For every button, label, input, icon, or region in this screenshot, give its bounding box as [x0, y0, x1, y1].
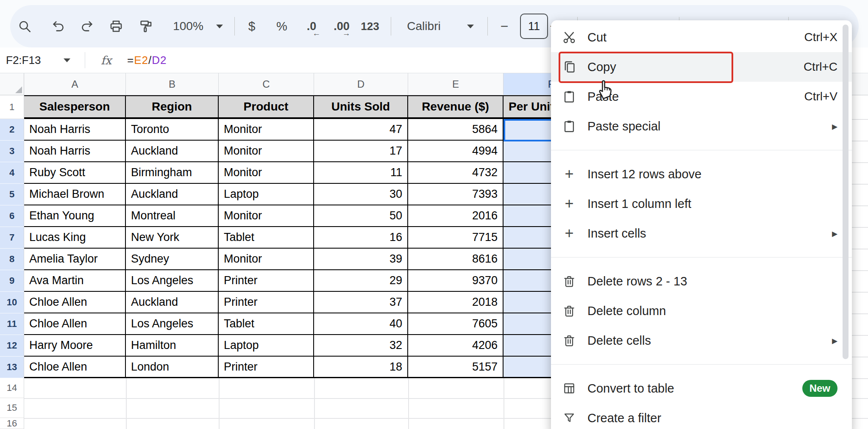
zoom-select[interactable]: 100% — [173, 5, 203, 47]
cell-name-row8[interactable]: Amelia Taylor — [24, 249, 126, 270]
cell-name-row4[interactable]: Ruby Scott — [24, 162, 126, 184]
undo-icon[interactable] — [51, 5, 66, 47]
row-header-14[interactable]: 14 — [0, 378, 24, 398]
cell-product-row3[interactable]: Monitor — [219, 141, 314, 162]
header-cell-region[interactable]: Region — [126, 95, 219, 119]
cell-name-row11[interactable]: Chloe Allen — [24, 313, 126, 335]
font-caret-icon[interactable] — [467, 5, 474, 47]
cell-units-row9[interactable]: 29 — [314, 270, 408, 292]
cell-product-row13[interactable]: Printer — [219, 357, 314, 378]
header-cell-product[interactable]: Product — [219, 95, 314, 119]
column-header-C[interactable]: C — [219, 73, 314, 95]
row-header-13[interactable]: 13 — [0, 357, 24, 378]
decrease-font-size-button[interactable]: − — [501, 5, 509, 47]
cell-region-row3[interactable]: Auckland — [126, 141, 219, 162]
cell-units-row10[interactable]: 37 — [314, 292, 408, 313]
row-header-5[interactable]: 5 — [0, 184, 24, 205]
cell-region-row2[interactable]: Toronto — [126, 119, 219, 141]
zoom-caret-icon[interactable] — [216, 5, 223, 47]
menu-item-insert-12-rows-above[interactable]: +Insert 12 rows above — [551, 159, 852, 189]
menu-item-convert-to-table[interactable]: Convert to tableNew — [551, 374, 852, 403]
percent-format-button[interactable]: % — [276, 5, 287, 47]
redo-icon[interactable] — [80, 5, 94, 47]
row-header-15[interactable]: 15 — [0, 398, 24, 418]
column-header-E[interactable]: E — [408, 73, 504, 95]
cell-name-row6[interactable]: Ethan Young — [24, 205, 126, 227]
name-box-caret-icon[interactable] — [64, 47, 70, 73]
select-all-corner[interactable] — [0, 73, 24, 95]
cell-region-row12[interactable]: Hamilton — [126, 335, 219, 357]
column-header-A[interactable]: A — [24, 73, 126, 95]
cell-units-row4[interactable]: 11 — [314, 162, 408, 184]
column-header-B[interactable]: B — [126, 73, 219, 95]
row-header-7[interactable]: 7 — [0, 227, 24, 249]
search-icon[interactable] — [17, 5, 32, 47]
cell-units-row8[interactable]: 39 — [314, 249, 408, 270]
menu-item-insert-1-column-left[interactable]: +Insert 1 column left — [551, 189, 852, 219]
cell-region-row7[interactable]: New York — [126, 227, 219, 249]
cell-revenue-row4[interactable]: 4732 — [408, 162, 504, 184]
cell-region-row6[interactable]: Montreal — [126, 205, 219, 227]
menu-item-delete-rows-2-13[interactable]: Delete rows 2 - 13 — [551, 266, 852, 296]
row-header-9[interactable]: 9 — [0, 270, 24, 292]
header-cell-units-sold[interactable]: Units Sold — [314, 95, 408, 119]
cell-product-row11[interactable]: Tablet — [219, 313, 314, 335]
row-header-10[interactable]: 10 — [0, 292, 24, 313]
cell-revenue-row8[interactable]: 8616 — [408, 249, 504, 270]
cell-revenue-row10[interactable]: 2018 — [408, 292, 504, 313]
cell-name-row3[interactable]: Noah Harris — [24, 141, 126, 162]
cell-product-row10[interactable]: Printer — [219, 292, 314, 313]
paint-format-icon[interactable] — [139, 5, 153, 47]
row-header-1[interactable]: 1 — [0, 95, 24, 119]
header-cell-revenue-[interactable]: Revenue ($) — [408, 95, 504, 119]
font-name-select[interactable]: Calibri — [407, 5, 440, 47]
formula-input[interactable]: =E2/D2 — [127, 47, 167, 73]
cell-product-row12[interactable]: Laptop — [219, 335, 314, 357]
row-header-12[interactable]: 12 — [0, 335, 24, 357]
more-formats-button[interactable]: 123 — [361, 5, 379, 47]
cell-product-row8[interactable]: Monitor — [219, 249, 314, 270]
cell-region-row11[interactable]: Los Angeles — [126, 313, 219, 335]
cell-name-row2[interactable]: Noah Harris — [24, 119, 126, 141]
cell-units-row11[interactable]: 40 — [314, 313, 408, 335]
row-header-3[interactable]: 3 — [0, 141, 24, 162]
cell-name-row13[interactable]: Chloe Allen — [24, 357, 126, 378]
cell-revenue-row13[interactable]: 5157 — [408, 357, 504, 378]
cell-region-row9[interactable]: Los Angeles — [126, 270, 219, 292]
print-icon[interactable] — [109, 5, 123, 47]
cell-region-row10[interactable]: Auckland — [126, 292, 219, 313]
row-header-4[interactable]: 4 — [0, 162, 24, 184]
increase-decimal-button[interactable]: .00→ — [334, 5, 350, 47]
name-box[interactable]: F2:F13 — [6, 47, 41, 73]
cell-name-row9[interactable]: Ava Martin — [24, 270, 126, 292]
cell-units-row13[interactable]: 18 — [314, 357, 408, 378]
cell-revenue-row5[interactable]: 7393 — [408, 184, 504, 205]
cell-product-row4[interactable]: Monitor — [219, 162, 314, 184]
cell-region-row13[interactable]: London — [126, 357, 219, 378]
header-cell-salesperson[interactable]: Salesperson — [24, 95, 126, 119]
menu-item-delete-cells[interactable]: Delete cells▸ — [551, 326, 852, 355]
cell-region-row8[interactable]: Sydney — [126, 249, 219, 270]
currency-format-button[interactable]: $ — [248, 5, 256, 47]
cell-name-row12[interactable]: Harry Moore — [24, 335, 126, 357]
menu-item-cut[interactable]: CutCtrl+X — [551, 22, 852, 52]
menu-scrollbar[interactable] — [843, 25, 849, 359]
cell-revenue-row7[interactable]: 7715 — [408, 227, 504, 249]
cell-units-row7[interactable]: 16 — [314, 227, 408, 249]
cell-units-row12[interactable]: 32 — [314, 335, 408, 357]
cell-region-row5[interactable]: Auckland — [126, 184, 219, 205]
cell-revenue-row2[interactable]: 5864 — [408, 119, 504, 141]
row-header-6[interactable]: 6 — [0, 205, 24, 227]
menu-item-create-a-filter[interactable]: Create a filter — [551, 403, 852, 429]
cell-name-row7[interactable]: Lucas King — [24, 227, 126, 249]
cell-revenue-row9[interactable]: 9370 — [408, 270, 504, 292]
cell-revenue-row12[interactable]: 4206 — [408, 335, 504, 357]
cell-region-row4[interactable]: Birmingham — [126, 162, 219, 184]
menu-item-delete-column[interactable]: Delete column — [551, 296, 852, 326]
cell-units-row2[interactable]: 47 — [314, 119, 408, 141]
row-header-11[interactable]: 11 — [0, 313, 24, 335]
cell-revenue-row6[interactable]: 2016 — [408, 205, 504, 227]
cell-product-row7[interactable]: Tablet — [219, 227, 314, 249]
cell-name-row5[interactable]: Michael Brown — [24, 184, 126, 205]
cell-product-row5[interactable]: Laptop — [219, 184, 314, 205]
